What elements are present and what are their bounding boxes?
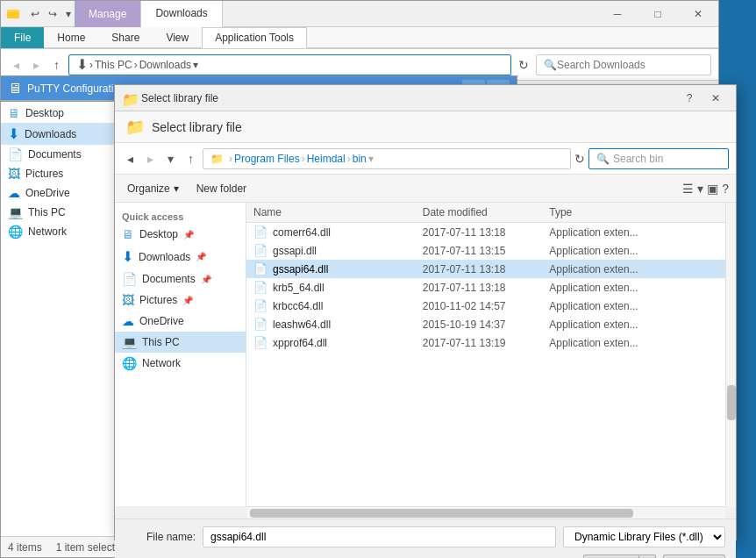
sidebar-item-pictures[interactable]: 🖼 Pictures xyxy=(1,164,123,183)
view-toggle-button[interactable]: ☰ xyxy=(682,182,694,196)
dsb-documents[interactable]: 📄 Documents 📌 xyxy=(115,268,246,290)
back-button[interactable]: ◂ xyxy=(8,54,25,75)
dsb-onedrive-icon: ☁ xyxy=(122,314,134,328)
undo-button[interactable]: ↩ xyxy=(27,6,43,22)
ribbon-tab-home[interactable]: Home xyxy=(44,27,98,48)
file-row-krbcc64[interactable]: 📄 krbcc64.dll 2010-11-02 14:57 Applicati… xyxy=(246,297,725,315)
address-path[interactable]: ⬇ › This PC › Downloads ▾ xyxy=(68,54,511,75)
dsb-pictures-pin: 📌 xyxy=(182,296,193,305)
dialog-forward-button[interactable]: ▸ xyxy=(142,148,159,169)
sidebar-item-desktop[interactable]: 🖥 Desktop xyxy=(1,104,123,123)
refresh-button[interactable]: ↻ xyxy=(515,54,532,75)
dsb-downloads[interactable]: ⬇ Downloads 📌 xyxy=(115,245,246,268)
ribbon-tab-view[interactable]: View xyxy=(153,27,202,48)
file-date-xpprof64: 2017-07-11 13:19 xyxy=(423,337,550,349)
redo-button[interactable]: ↪ xyxy=(45,6,61,22)
dsb-desktop[interactable]: 🖥 Desktop 📌 xyxy=(115,224,246,245)
sidebar-item-thispc[interactable]: 💻 This PC xyxy=(1,203,123,222)
dsb-desktop-icon: 🖥 xyxy=(122,227,134,241)
file-row-gssapi[interactable]: 📄 gssapi.dll 2017-07-11 13:15 Applicatio… xyxy=(246,241,725,260)
title-bar-tabs: Manage Downloads xyxy=(75,1,597,27)
down-arrow-button[interactable]: ▾ xyxy=(62,6,75,22)
dialog-up-button[interactable]: ↑ xyxy=(182,148,199,169)
addr-programfiles[interactable]: Program Files xyxy=(234,153,300,165)
dsb-onedrive[interactable]: ☁ OneDrive xyxy=(115,311,246,332)
quick-access-toolbar: ↩ ↪ ▾ xyxy=(27,6,75,22)
dll-icon: 📄 xyxy=(253,281,267,294)
address-thispc[interactable]: This PC xyxy=(95,59,132,71)
pictures-icon: 🖼 xyxy=(8,167,20,181)
file-row-comerr64[interactable]: 📄 comerr64.dll 2017-07-11 13:18 Applicat… xyxy=(246,223,725,241)
search-box[interactable]: 🔍 xyxy=(536,54,711,75)
dialog-refresh-button[interactable]: ↻ xyxy=(574,152,585,166)
ribbon-tab-share[interactable]: Share xyxy=(98,27,153,48)
dsb-documents-pin: 📌 xyxy=(201,275,211,284)
dialog-back-button[interactable]: ◂ xyxy=(122,148,139,169)
tab-manage[interactable]: Manage xyxy=(75,1,141,27)
downloads-icon: ⬇ xyxy=(8,125,19,142)
close-button[interactable]: ✕ xyxy=(678,1,718,27)
fcol-date[interactable]: Date modified xyxy=(423,206,550,218)
dsb-thispc[interactable]: 💻 This PC xyxy=(115,332,246,353)
up-button[interactable]: ↑ xyxy=(48,54,65,75)
scroll-thumb[interactable] xyxy=(727,385,736,420)
dialog-help-button[interactable]: ? xyxy=(676,88,703,109)
maximize-button[interactable]: □ xyxy=(638,1,678,27)
dialog-dropdown-button[interactable]: ▾ xyxy=(162,148,179,169)
open-dropdown-button[interactable]: ▾ xyxy=(639,554,656,558)
dll-icon: 📄 xyxy=(253,225,267,239)
file-type-gssapi64: Application exten... xyxy=(549,263,718,275)
dsb-pictures[interactable]: 🖼 Pictures 📌 xyxy=(115,290,246,311)
file-date-gssapi: 2017-07-11 13:15 xyxy=(423,245,550,257)
help-button[interactable]: ? xyxy=(722,182,729,196)
dialog-file-list: Name Date modified Type 📄 comerr64.dll 2… xyxy=(246,203,725,506)
addr-heimdal[interactable]: Heimdal xyxy=(307,153,346,165)
file-type-leashw64: Application exten... xyxy=(549,318,718,331)
filetype-select[interactable]: Dynamic Library Files (*.dll) xyxy=(563,526,725,547)
address-downloads[interactable]: Downloads xyxy=(139,59,191,71)
dsb-downloads-icon: ⬇ xyxy=(122,248,133,265)
horizontal-scrollbar[interactable] xyxy=(246,506,725,519)
dialog-inner-title: 📁 Select library file xyxy=(115,111,736,143)
cancel-button[interactable]: Cancel xyxy=(663,554,725,558)
file-row-xpprof64[interactable]: 📄 xpprof64.dll 2017-07-11 13:19 Applicat… xyxy=(246,333,725,352)
dialog-scrollbar[interactable] xyxy=(725,203,736,506)
sidebar-item-downloads[interactable]: ⬇ Downloads xyxy=(1,123,123,145)
search-icon: 🔍 xyxy=(544,59,557,71)
ribbon-tab-file[interactable]: File xyxy=(1,27,44,48)
fcol-name[interactable]: Name xyxy=(253,206,423,218)
file-dialog: 📁 Select library file ? ✕ 📁 Select libra… xyxy=(114,84,737,540)
file-row-krb5[interactable]: 📄 krb5_64.dll 2017-07-11 13:18 Applicati… xyxy=(246,278,725,297)
file-row-gssapi64[interactable]: 📄 gssapi64.dll 2017-07-11 13:18 Applicat… xyxy=(246,260,725,278)
dsb-documents-icon: 📄 xyxy=(122,272,137,286)
dialog-title-controls: ? ✕ xyxy=(676,88,729,109)
dsb-desktop-pin: 📌 xyxy=(183,230,194,240)
dsb-network[interactable]: 🌐 Network xyxy=(115,353,246,374)
file-date-krb5: 2017-07-11 13:18 xyxy=(423,282,550,294)
sidebar-item-onedrive[interactable]: ☁ OneDrive xyxy=(1,183,123,203)
tab-downloads[interactable]: Downloads xyxy=(141,1,222,27)
ribbon-tab-apptools[interactable]: Application Tools xyxy=(202,27,307,48)
filename-input[interactable] xyxy=(203,526,556,547)
new-folder-button[interactable]: New folder xyxy=(191,181,252,197)
sidebar-item-network[interactable]: 🌐 Network xyxy=(1,222,123,241)
open-button[interactable]: Open xyxy=(583,554,638,558)
dialog-search-box[interactable]: 🔍 Search bin xyxy=(588,148,729,169)
organize-dropdown-icon: ▾ xyxy=(174,182,179,195)
minimize-button[interactable]: ─ xyxy=(597,1,638,27)
search-input[interactable] xyxy=(557,59,688,71)
forward-button[interactable]: ▸ xyxy=(28,54,45,75)
hscroll-thumb[interactable] xyxy=(250,509,633,518)
view-dropdown-button[interactable]: ▾ xyxy=(697,182,703,196)
sidebar-item-documents[interactable]: 📄 Documents xyxy=(1,145,123,164)
preview-pane-button[interactable]: ▣ xyxy=(707,182,718,196)
desktop-icon: 🖥 xyxy=(8,106,20,120)
addr-folder-icon: 📁 xyxy=(210,153,224,165)
ribbon: File Home Share View Application Tools xyxy=(1,27,718,49)
file-row-leashw64[interactable]: 📄 leashw64.dll 2015-10-19 14:37 Applicat… xyxy=(246,315,725,333)
dialog-address-bar[interactable]: 📁 › Program Files › Heimdal › bin ▾ xyxy=(203,148,571,169)
addr-bin[interactable]: bin xyxy=(353,153,367,165)
dialog-close-button[interactable]: ✕ xyxy=(703,88,729,109)
organize-button[interactable]: Organize ▾ xyxy=(122,181,184,197)
fcol-type[interactable]: Type xyxy=(549,206,718,218)
